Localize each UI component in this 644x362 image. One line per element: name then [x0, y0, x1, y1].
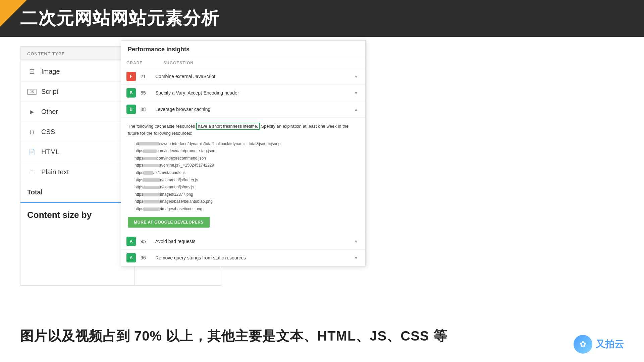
- resource-prefix-9: https: [135, 199, 143, 204]
- resource-item-8: httpsimages/12377.png: [135, 191, 359, 198]
- blurred-url-6: [143, 178, 160, 182]
- resource-path-1: /x/web-interface/dynamic/total?callback=…: [159, 141, 280, 146]
- bottom-text: 图片以及视频占到 70% 以上，其他主要是文本、HTML、JS、CSS 等: [20, 328, 447, 343]
- chevron-up-icon-3[interactable]: ▴: [352, 105, 360, 113]
- chevron-down-icon-2[interactable]: ▾: [352, 89, 360, 97]
- content-size-section: Content size by: [20, 203, 134, 224]
- resource-prefix-1: htt: [135, 141, 139, 146]
- suggestion-col-header: SUGGESTION: [163, 61, 360, 65]
- suggestion-a96: Remove query strings from static resourc…: [155, 255, 347, 260]
- other-icon: ▶: [27, 109, 37, 115]
- resource-item-9: httpsimages/base/beiantubiao.png: [135, 198, 359, 205]
- blurred-url-9: [143, 200, 160, 203]
- blurred-url-2: [143, 149, 157, 153]
- resource-path-2: com/index/data/promote-tag.json: [157, 148, 215, 153]
- grade-num-3: 88: [141, 107, 151, 112]
- resource-item-4: httpsn/online.js?_=1502451742229: [135, 162, 359, 169]
- resource-path-7: n/common/js/nav.js: [160, 185, 194, 189]
- resource-path-5: /fs/cm/st/bundle.js: [153, 170, 185, 175]
- resource-path-10: /images/base/icons.png: [160, 206, 202, 211]
- plain-icon: ≡: [27, 169, 37, 176]
- resource-item-5: https/fs/cm/st/bundle.js: [135, 169, 359, 177]
- resource-item-1: htt/x/web-interface/dynamic/total?callba…: [135, 140, 359, 148]
- resource-item-2: httpscom/index/data/promote-tag.json: [135, 147, 359, 155]
- row-css-label: CSS: [41, 128, 55, 136]
- grade-num-a95: 95: [141, 239, 151, 244]
- resource-item-7: httpsn/common/js/nav.js: [135, 184, 359, 191]
- bottom-summary: 图片以及视频占到 70% 以上，其他主要是文本、HTML、JS、CSS 等: [20, 327, 567, 345]
- row-script: JS Script: [20, 82, 134, 102]
- resource-item-6: httpsn/common/js/footer.js: [135, 177, 359, 184]
- row-other: ▶ Other: [20, 102, 134, 122]
- resource-prefix-8: https: [135, 192, 143, 197]
- resource-prefix-5: https: [135, 170, 143, 175]
- grade-col-header: GRADE: [126, 61, 157, 65]
- expanded-text-1: The following cacheable resources: [128, 124, 195, 129]
- row-css: { } CSS: [20, 122, 134, 142]
- resource-path-4: n/online.js?_=1502451742229: [160, 163, 214, 168]
- grade-num-a96: 96: [141, 255, 151, 260]
- content-type-header: CONTENT TYPE: [20, 47, 134, 61]
- blurred-url-5: [143, 171, 153, 175]
- resource-path-3: com/index/recommend.json: [157, 156, 206, 161]
- css-icon: { }: [27, 129, 37, 134]
- resource-prefix-4: https: [135, 163, 143, 168]
- grade-b-badge-1: B: [126, 88, 136, 98]
- content-size-label: Content size by: [27, 210, 92, 220]
- resource-path-8: images/12377.png: [160, 192, 193, 197]
- chevron-down-icon-a95[interactable]: ▾: [352, 237, 360, 245]
- blurred-url-7: [143, 186, 160, 189]
- grade-a-badge-2: A: [126, 253, 136, 262]
- total-label: Total: [27, 188, 43, 196]
- row-script-label: Script: [41, 88, 58, 96]
- more-at-google-button[interactable]: MORE AT GOOGLE DEVELOPERS: [128, 217, 210, 228]
- blurred-url-1: [139, 142, 159, 145]
- resource-list: htt/x/web-interface/dynamic/total?callba…: [128, 140, 359, 213]
- logo-text: 又拍云: [596, 338, 624, 351]
- resource-item-10: https/images/base/icons.png: [135, 205, 359, 213]
- blurred-url-3: [143, 157, 157, 160]
- blurred-url-4: [143, 164, 160, 167]
- chevron-down-icon-a96[interactable]: ▾: [352, 254, 360, 262]
- blurred-url-10: [143, 207, 160, 211]
- perf-title: Performance insights: [121, 41, 365, 58]
- resource-path-9: images/base/beiantubiao.png: [160, 199, 213, 204]
- expanded-para: The following cacheable resources have a…: [128, 123, 359, 137]
- resource-path-6: n/common/js/footer.js: [160, 178, 198, 182]
- resource-prefix-10: https: [135, 206, 143, 211]
- resource-prefix-6: https: [135, 178, 143, 182]
- page-title: 二次元网站网站元素分析: [20, 7, 219, 30]
- row-image-label: Image: [41, 68, 60, 75]
- performance-insights-panel: Performance insights GRADE SUGGESTION F …: [121, 40, 366, 266]
- suggestion-2: Specify a Vary: Accept-Encoding header: [155, 90, 347, 96]
- resource-prefix-2: https: [135, 148, 143, 153]
- resource-prefix-7: https: [135, 185, 143, 189]
- row-html: 📄 HTML: [20, 142, 134, 162]
- logo-icon: ✿: [574, 335, 592, 354]
- image-icon: ⊡: [27, 67, 37, 75]
- html-icon: 📄: [27, 149, 37, 155]
- perf-row-2: B 85 Specify a Vary: Accept-Encoding hea…: [121, 85, 365, 101]
- suggestion-a95: Avoid bad requests: [155, 239, 347, 244]
- row-plain: ≡ Plain text: [20, 162, 134, 182]
- row-total: Total: [20, 182, 134, 203]
- row-html-label: HTML: [41, 148, 59, 156]
- blurred-url-8: [143, 193, 160, 196]
- chevron-down-icon-1[interactable]: ▾: [352, 72, 360, 80]
- row-image: ⊡ Image: [20, 61, 134, 82]
- perf-row-a96: A 96 Remove query strings from static re…: [121, 250, 365, 266]
- logo-area: ✿ 又拍云: [574, 335, 624, 354]
- suggestion-3: Leverage browser caching: [155, 107, 347, 112]
- grade-b-badge-2: B: [126, 105, 136, 114]
- grade-f-badge: F: [126, 72, 136, 81]
- freshness-highlight: have a short freshness lifetime.: [196, 123, 260, 130]
- perf-table-header: GRADE SUGGESTION: [121, 58, 365, 68]
- header-bar: 二次元网站网站元素分析: [0, 0, 644, 37]
- content-type-table: CONTENT TYPE ⊡ Image JS Script ▶ Other {…: [20, 46, 134, 286]
- resource-item-3: httpscom/index/recommend.json: [135, 155, 359, 162]
- script-icon: JS: [27, 89, 37, 95]
- perf-row-3: B 88 Leverage browser caching ▴: [121, 101, 365, 118]
- row-other-label: Other: [41, 108, 58, 116]
- perf-row-1: F 21 Combine external JavaScript ▾: [121, 68, 365, 85]
- grade-num-1: 21: [141, 74, 151, 79]
